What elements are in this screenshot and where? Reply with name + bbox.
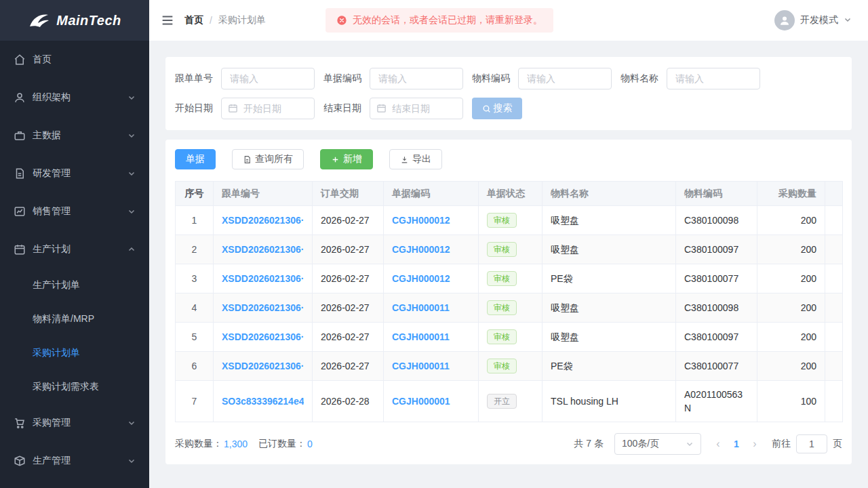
total-count: 共 7 条 [574, 438, 604, 450]
cell-delivery: 2026-02-27 [313, 293, 384, 323]
cell-delivery: 2026-02-27 [313, 323, 384, 352]
status-badge: 审核 [487, 300, 517, 315]
sidebar-item-label: 采购管理 [33, 417, 71, 429]
table-toolbar: 单据 查询所有 新增 导出 [175, 149, 842, 169]
col-header-qty: 采购数量 [757, 182, 825, 206]
cell-material-code: A0201100563N [676, 381, 757, 422]
doc-no-link[interactable]: CGJH000012 [392, 272, 470, 285]
material-name-input[interactable] [667, 68, 760, 89]
add-button[interactable]: 新增 [320, 149, 373, 169]
box-icon [14, 455, 26, 467]
hamburger-icon[interactable] [160, 13, 175, 28]
order-no-link[interactable]: XSDD2026021306·· [222, 330, 304, 344]
next-page-button[interactable]: › [747, 438, 762, 450]
cell-extra [825, 323, 843, 352]
cell-extra [825, 381, 843, 422]
logo-text: MainTech [56, 13, 121, 28]
filter-panel: 跟单单号 单据编码 物料编码 物料名称 开始日期 [165, 57, 852, 130]
document-button-label: 单据 [186, 153, 205, 165]
export-button[interactable]: 导出 [389, 149, 442, 169]
document-button[interactable]: 单据 [175, 149, 216, 169]
avatar [774, 10, 795, 30]
sidebar-item-org[interactable]: 组织架构 [0, 79, 149, 117]
sidebar-item-rnd[interactable]: 研发管理 [0, 155, 149, 192]
search-button-label: 搜索 [494, 102, 513, 115]
col-header-extra [825, 182, 843, 206]
goto-page-input[interactable] [796, 434, 827, 453]
query-all-button-label: 查询所有 [255, 153, 293, 165]
cell-material-code: C380100097 [676, 235, 757, 264]
cell-material: 吸塑盘 [542, 206, 676, 235]
doc-no-link[interactable]: CGJH000012 [392, 214, 470, 227]
document-icon [14, 167, 26, 180]
sidebar-subitem-label: 采购计划单 [33, 347, 80, 359]
sidebar-item-home[interactable]: 首页 [0, 41, 149, 79]
sidebar-item-manufacturing[interactable]: 生产管理 [0, 442, 149, 480]
calendar-icon [14, 243, 26, 256]
page-size-select[interactable]: 100条/页 [614, 433, 701, 455]
start-date-input[interactable] [221, 98, 315, 119]
sidebar-item-masterdata[interactable]: 主数据 [0, 117, 149, 155]
chevron-down-icon [127, 94, 136, 102]
cell-qty: 200 [757, 206, 825, 235]
cell-qty: 100 [757, 381, 825, 422]
query-all-button[interactable]: 查询所有 [232, 149, 304, 169]
order-no-link[interactable]: XSDD2026021306·· [222, 272, 304, 285]
prev-page-button[interactable]: ‹ [711, 438, 726, 450]
table-row: 7 SO3c833396214e40 2026-02-28 CGJH000001… [176, 381, 843, 422]
doc-no-link[interactable]: CGJH000011 [392, 301, 470, 314]
table-footer: 采购数量： 1,300 已订数量： 0 共 7 条 100条/页 ‹ 1 › [175, 433, 842, 455]
sidebar-item-label: 研发管理 [33, 167, 71, 180]
order-no-link[interactable]: XSDD2026021306·· [222, 214, 304, 227]
order-no-link[interactable]: XSDD2026021306·· [222, 359, 304, 373]
col-header-doc-no: 单据编码 [384, 182, 479, 206]
cell-delivery: 2026-02-28 [313, 381, 384, 422]
top-header: 首页 / 采购计划单 无效的会话，或者会话已过期，请重新登录。 开发模式 [149, 0, 868, 41]
briefcase-icon [14, 129, 26, 142]
filter-end-date: 结束日期 [323, 98, 463, 119]
material-code-input[interactable] [518, 68, 612, 89]
sidebar-item-purchasing[interactable]: 采购管理 [0, 404, 149, 442]
table-row: 3 XSDD2026021306·· 2026-02-27 CGJH000012… [176, 264, 843, 293]
table-header-row: 序号 跟单编号 订单交期 单据编码 单据状态 物料名称 物料编码 采购数量 [176, 182, 843, 206]
sidebar-item-production-plan[interactable]: 生产计划 [0, 230, 149, 268]
purchase-plan-table: 序号 跟单编号 订单交期 单据编码 单据状态 物料名称 物料编码 采购数量 1 [175, 181, 843, 422]
breadcrumb-current: 采购计划单 [218, 14, 266, 26]
sidebar: MainTech 首页 组织架构 主数据 研发管理 [0, 0, 149, 488]
cell-material-code: C380100098 [676, 206, 757, 235]
sidebar-subitem-purchase-plan-demand[interactable]: 采购计划需求表 [0, 370, 149, 404]
table-panel: 单据 查询所有 新增 导出 [165, 140, 852, 464]
sidebar-item-sales[interactable]: 销售管理 [0, 192, 149, 230]
app-root: MainTech 首页 组织架构 主数据 研发管理 [0, 0, 868, 488]
logo: MainTech [0, 0, 149, 41]
search-button[interactable]: 搜索 [472, 98, 522, 119]
doc-no-link[interactable]: CGJH000011 [392, 330, 470, 344]
status-badge: 审核 [487, 359, 517, 373]
session-error-alert: 无效的会话，或者会话已过期，请重新登录。 [326, 8, 553, 33]
cell-seq: 5 [176, 323, 214, 352]
order-no-link[interactable]: XSDD2026021306·· [222, 243, 304, 256]
order-no-input[interactable] [221, 68, 315, 89]
order-no-link[interactable]: XSDD2026021306·· [222, 301, 304, 314]
chevron-down-icon [127, 131, 136, 140]
user-menu[interactable]: 开发模式 [774, 10, 852, 30]
export-button-label: 导出 [412, 153, 431, 165]
sidebar-item-label: 生产计划 [33, 243, 71, 256]
order-no-link[interactable]: SO3c833396214e40 [222, 394, 304, 408]
sidebar-nav: 首页 组织架构 主数据 研发管理 销售管理 [0, 41, 149, 480]
user-mode-label: 开发模式 [800, 14, 838, 26]
end-date-input[interactable] [370, 98, 463, 119]
doc-code-input[interactable] [370, 68, 463, 89]
cell-material-code: C380100077 [676, 264, 757, 293]
chevron-down-icon [127, 457, 136, 465]
filter-label: 物料名称 [620, 73, 658, 85]
sidebar-subitem-bom-mrp[interactable]: 物料清单/MRP [0, 302, 149, 336]
breadcrumb-home[interactable]: 首页 [184, 14, 203, 26]
sidebar-subitem-purchase-plan-order[interactable]: 采购计划单 [0, 336, 149, 370]
page-number[interactable]: 1 [728, 439, 745, 449]
doc-no-link[interactable]: CGJH000011 [392, 359, 470, 373]
doc-no-link[interactable]: CGJH000012 [392, 243, 470, 256]
cart-icon [14, 417, 26, 429]
doc-no-link[interactable]: CGJH000001 [392, 394, 470, 408]
sidebar-subitem-production-plan-order[interactable]: 生产计划单 [0, 268, 149, 302]
